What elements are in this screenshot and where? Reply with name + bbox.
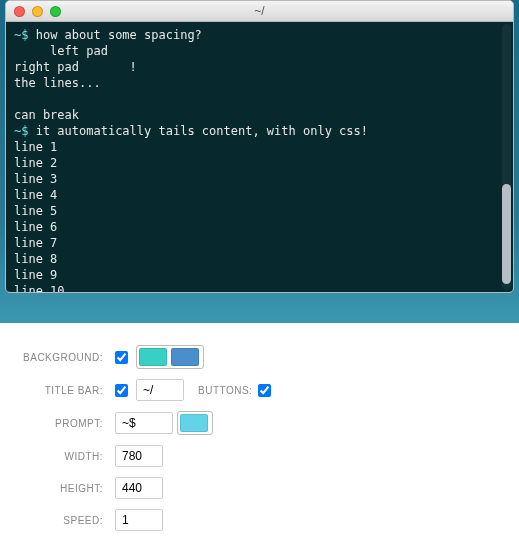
terminal-line: line 9: [14, 267, 505, 283]
row-height: HEIGHT:: [20, 477, 499, 499]
background-swatches: [136, 345, 204, 369]
title-bar-label: TITLE BAR:: [20, 385, 115, 396]
scrollbar[interactable]: [502, 24, 511, 290]
scrollbar-thumb[interactable]: [502, 184, 511, 284]
maximize-icon[interactable]: [50, 6, 61, 17]
close-icon[interactable]: [14, 6, 25, 17]
background-checkbox[interactable]: [115, 351, 128, 364]
terminal-window: ~/ ~$ how about some spacing? left padri…: [5, 0, 514, 293]
prompt-color-swatch[interactable]: [180, 414, 208, 432]
title-bar-input[interactable]: [136, 379, 184, 401]
prompt-swatch-group: [177, 411, 213, 435]
speed-input[interactable]: [115, 509, 163, 531]
terminal-line: line 3: [14, 171, 505, 187]
title-bar-checkbox[interactable]: [115, 384, 128, 397]
height-label: HEIGHT:: [20, 483, 115, 494]
traffic-lights: [14, 6, 61, 17]
terminal-line: line 8: [14, 251, 505, 267]
row-title-bar: TITLE BAR: BUTTONS:: [20, 379, 499, 401]
terminal-line: right pad !: [14, 59, 505, 75]
terminal-line: line 5: [14, 203, 505, 219]
buttons-label: BUTTONS:: [198, 385, 252, 396]
background-swatch-2[interactable]: [171, 348, 199, 366]
terminal-line: the lines...: [14, 75, 505, 91]
prompt-input[interactable]: [115, 412, 173, 434]
terminal-line: line 10: [14, 283, 505, 292]
terminal-line: can break: [14, 107, 505, 123]
terminal-line: line 7: [14, 235, 505, 251]
row-speed: SPEED:: [20, 509, 499, 531]
row-background: BACKGROUND:: [20, 345, 499, 369]
row-width: WIDTH:: [20, 445, 499, 467]
terminal-body[interactable]: ~$ how about some spacing? left padright…: [6, 22, 513, 292]
terminal-line: left pad: [14, 43, 505, 59]
width-label: WIDTH:: [20, 451, 115, 462]
speed-label: SPEED:: [20, 515, 115, 526]
terminal-line: ~$ it automatically tails content, with …: [14, 123, 505, 139]
terminal-line: [14, 91, 505, 107]
height-input[interactable]: [115, 477, 163, 499]
row-prompt: PROMPT:: [20, 411, 499, 435]
width-input[interactable]: [115, 445, 163, 467]
buttons-checkbox[interactable]: [258, 384, 271, 397]
terminal-line: line 4: [14, 187, 505, 203]
minimize-icon[interactable]: [32, 6, 43, 17]
terminal-line: ~$ how about some spacing?: [14, 27, 505, 43]
controls-panel: BACKGROUND: TITLE BAR: BUTTONS: PROMPT: …: [0, 323, 519, 540]
window-title: ~/: [6, 4, 513, 18]
background-label: BACKGROUND:: [20, 352, 115, 363]
prompt-label: PROMPT:: [20, 418, 115, 429]
terminal-line: line 6: [14, 219, 505, 235]
background-swatch-1[interactable]: [139, 348, 167, 366]
terminal-line: line 1: [14, 139, 505, 155]
terminal-section: ~/ ~$ how about some spacing? left padri…: [0, 0, 519, 323]
terminal-line: line 2: [14, 155, 505, 171]
title-bar: ~/: [6, 1, 513, 22]
